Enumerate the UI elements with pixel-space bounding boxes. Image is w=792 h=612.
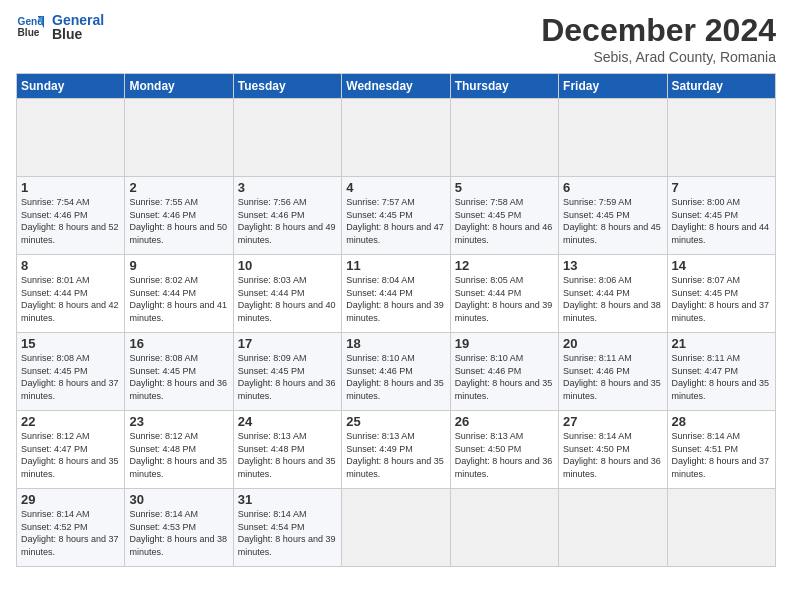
- calendar-header-friday: Friday: [559, 74, 667, 99]
- calendar-cell: 16Sunrise: 8:08 AMSunset: 4:45 PMDayligh…: [125, 333, 233, 411]
- logo: General Blue General Blue: [16, 12, 104, 42]
- day-info: Sunrise: 7:58 AMSunset: 4:45 PMDaylight:…: [455, 196, 554, 246]
- day-info: Sunrise: 8:11 AMSunset: 4:46 PMDaylight:…: [563, 352, 662, 402]
- calendar-cell: 11Sunrise: 8:04 AMSunset: 4:44 PMDayligh…: [342, 255, 450, 333]
- calendar-week-row: 8Sunrise: 8:01 AMSunset: 4:44 PMDaylight…: [17, 255, 776, 333]
- title-block: December 2024 Sebis, Arad County, Romani…: [541, 12, 776, 65]
- calendar-cell: 19Sunrise: 8:10 AMSunset: 4:46 PMDayligh…: [450, 333, 558, 411]
- day-number: 23: [129, 414, 228, 429]
- calendar-cell: 10Sunrise: 8:03 AMSunset: 4:44 PMDayligh…: [233, 255, 341, 333]
- calendar-cell: [17, 99, 125, 177]
- day-number: 5: [455, 180, 554, 195]
- calendar-cell: 7Sunrise: 8:00 AMSunset: 4:45 PMDaylight…: [667, 177, 775, 255]
- day-number: 2: [129, 180, 228, 195]
- calendar-header-tuesday: Tuesday: [233, 74, 341, 99]
- day-number: 30: [129, 492, 228, 507]
- calendar-cell: 21Sunrise: 8:11 AMSunset: 4:47 PMDayligh…: [667, 333, 775, 411]
- day-number: 9: [129, 258, 228, 273]
- day-number: 14: [672, 258, 771, 273]
- calendar-cell: 18Sunrise: 8:10 AMSunset: 4:46 PMDayligh…: [342, 333, 450, 411]
- calendar-cell: 22Sunrise: 8:12 AMSunset: 4:47 PMDayligh…: [17, 411, 125, 489]
- day-info: Sunrise: 8:00 AMSunset: 4:45 PMDaylight:…: [672, 196, 771, 246]
- calendar-week-row: 22Sunrise: 8:12 AMSunset: 4:47 PMDayligh…: [17, 411, 776, 489]
- day-number: 20: [563, 336, 662, 351]
- day-number: 12: [455, 258, 554, 273]
- day-number: 19: [455, 336, 554, 351]
- day-info: Sunrise: 8:14 AMSunset: 4:52 PMDaylight:…: [21, 508, 120, 558]
- day-number: 25: [346, 414, 445, 429]
- calendar-cell: [125, 99, 233, 177]
- day-number: 3: [238, 180, 337, 195]
- day-info: Sunrise: 8:06 AMSunset: 4:44 PMDaylight:…: [563, 274, 662, 324]
- calendar-cell: 4Sunrise: 7:57 AMSunset: 4:45 PMDaylight…: [342, 177, 450, 255]
- day-info: Sunrise: 8:13 AMSunset: 4:49 PMDaylight:…: [346, 430, 445, 480]
- day-info: Sunrise: 8:10 AMSunset: 4:46 PMDaylight:…: [455, 352, 554, 402]
- svg-text:Blue: Blue: [18, 27, 40, 38]
- calendar-cell: 14Sunrise: 8:07 AMSunset: 4:45 PMDayligh…: [667, 255, 775, 333]
- calendar-week-row: 1Sunrise: 7:54 AMSunset: 4:46 PMDaylight…: [17, 177, 776, 255]
- calendar-cell: [559, 489, 667, 567]
- day-info: Sunrise: 8:11 AMSunset: 4:47 PMDaylight:…: [672, 352, 771, 402]
- calendar-week-row: [17, 99, 776, 177]
- calendar-cell: [342, 489, 450, 567]
- calendar-cell: [667, 489, 775, 567]
- calendar-cell: 12Sunrise: 8:05 AMSunset: 4:44 PMDayligh…: [450, 255, 558, 333]
- day-number: 15: [21, 336, 120, 351]
- day-number: 27: [563, 414, 662, 429]
- day-number: 8: [21, 258, 120, 273]
- day-info: Sunrise: 7:59 AMSunset: 4:45 PMDaylight:…: [563, 196, 662, 246]
- calendar-body: 1Sunrise: 7:54 AMSunset: 4:46 PMDaylight…: [17, 99, 776, 567]
- day-info: Sunrise: 8:08 AMSunset: 4:45 PMDaylight:…: [129, 352, 228, 402]
- day-number: 26: [455, 414, 554, 429]
- day-number: 29: [21, 492, 120, 507]
- calendar-week-row: 15Sunrise: 8:08 AMSunset: 4:45 PMDayligh…: [17, 333, 776, 411]
- calendar-header-wednesday: Wednesday: [342, 74, 450, 99]
- calendar-header-thursday: Thursday: [450, 74, 558, 99]
- day-info: Sunrise: 8:10 AMSunset: 4:46 PMDaylight:…: [346, 352, 445, 402]
- calendar-cell: 24Sunrise: 8:13 AMSunset: 4:48 PMDayligh…: [233, 411, 341, 489]
- day-number: 18: [346, 336, 445, 351]
- calendar-header-monday: Monday: [125, 74, 233, 99]
- calendar-cell: 27Sunrise: 8:14 AMSunset: 4:50 PMDayligh…: [559, 411, 667, 489]
- calendar-table: SundayMondayTuesdayWednesdayThursdayFrid…: [16, 73, 776, 567]
- day-number: 28: [672, 414, 771, 429]
- calendar-cell: 20Sunrise: 8:11 AMSunset: 4:46 PMDayligh…: [559, 333, 667, 411]
- calendar-cell: 29Sunrise: 8:14 AMSunset: 4:52 PMDayligh…: [17, 489, 125, 567]
- day-info: Sunrise: 8:02 AMSunset: 4:44 PMDaylight:…: [129, 274, 228, 324]
- day-info: Sunrise: 7:57 AMSunset: 4:45 PMDaylight:…: [346, 196, 445, 246]
- calendar-cell: 6Sunrise: 7:59 AMSunset: 4:45 PMDaylight…: [559, 177, 667, 255]
- calendar-cell: 9Sunrise: 8:02 AMSunset: 4:44 PMDaylight…: [125, 255, 233, 333]
- day-info: Sunrise: 8:03 AMSunset: 4:44 PMDaylight:…: [238, 274, 337, 324]
- day-info: Sunrise: 8:12 AMSunset: 4:47 PMDaylight:…: [21, 430, 120, 480]
- calendar-cell: [450, 489, 558, 567]
- day-info: Sunrise: 8:01 AMSunset: 4:44 PMDaylight:…: [21, 274, 120, 324]
- calendar-cell: 1Sunrise: 7:54 AMSunset: 4:46 PMDaylight…: [17, 177, 125, 255]
- day-info: Sunrise: 8:13 AMSunset: 4:50 PMDaylight:…: [455, 430, 554, 480]
- day-info: Sunrise: 8:14 AMSunset: 4:54 PMDaylight:…: [238, 508, 337, 558]
- day-number: 16: [129, 336, 228, 351]
- calendar-cell: 5Sunrise: 7:58 AMSunset: 4:45 PMDaylight…: [450, 177, 558, 255]
- logo-blue: Blue: [52, 26, 104, 42]
- calendar-cell: 31Sunrise: 8:14 AMSunset: 4:54 PMDayligh…: [233, 489, 341, 567]
- calendar-cell: 25Sunrise: 8:13 AMSunset: 4:49 PMDayligh…: [342, 411, 450, 489]
- calendar-cell: 26Sunrise: 8:13 AMSunset: 4:50 PMDayligh…: [450, 411, 558, 489]
- calendar-cell: [667, 99, 775, 177]
- calendar-cell: 23Sunrise: 8:12 AMSunset: 4:48 PMDayligh…: [125, 411, 233, 489]
- day-number: 13: [563, 258, 662, 273]
- day-number: 11: [346, 258, 445, 273]
- day-info: Sunrise: 8:08 AMSunset: 4:45 PMDaylight:…: [21, 352, 120, 402]
- calendar-cell: 3Sunrise: 7:56 AMSunset: 4:46 PMDaylight…: [233, 177, 341, 255]
- calendar-container: General Blue General Blue December 2024 …: [0, 0, 792, 612]
- calendar-cell: 2Sunrise: 7:55 AMSunset: 4:46 PMDaylight…: [125, 177, 233, 255]
- calendar-cell: [342, 99, 450, 177]
- calendar-week-row: 29Sunrise: 8:14 AMSunset: 4:52 PMDayligh…: [17, 489, 776, 567]
- calendar-cell: [559, 99, 667, 177]
- day-info: Sunrise: 7:54 AMSunset: 4:46 PMDaylight:…: [21, 196, 120, 246]
- day-number: 31: [238, 492, 337, 507]
- day-number: 22: [21, 414, 120, 429]
- calendar-cell: [450, 99, 558, 177]
- month-title: December 2024: [541, 12, 776, 49]
- header: General Blue General Blue December 2024 …: [16, 12, 776, 65]
- day-info: Sunrise: 8:07 AMSunset: 4:45 PMDaylight:…: [672, 274, 771, 324]
- day-info: Sunrise: 7:56 AMSunset: 4:46 PMDaylight:…: [238, 196, 337, 246]
